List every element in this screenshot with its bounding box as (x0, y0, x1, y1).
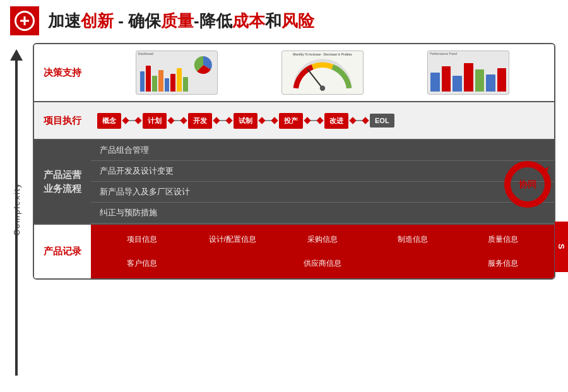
connector1 (123, 118, 141, 123)
ops-item-2: 产品开发及设计变更 (91, 161, 554, 182)
diamond-icon (180, 117, 187, 124)
svg-text:协同: 协同 (519, 179, 536, 189)
svg-point-2 (320, 86, 325, 91)
product-records-label: 产品记录 (34, 225, 91, 278)
record-item-3: 采购信息 (279, 233, 367, 246)
project-execution-row: 项目执行 概念 计划 开发 (34, 102, 554, 139)
chart1-thumb: Dashboard (136, 50, 218, 95)
up-arrow-icon (10, 49, 23, 61)
title-mid2: -降低 (194, 11, 232, 30)
ops-item-1: 产品组合管理 (91, 140, 554, 161)
diamond-icon (349, 117, 356, 124)
complexity-label: Complexity (12, 182, 21, 235)
product-ops-label: 产品运营业务流程 (34, 140, 91, 223)
diamond-icon (225, 117, 232, 124)
diamond-icon (316, 117, 323, 124)
stage-trial: 试制 (234, 113, 257, 129)
diamond-icon (134, 117, 141, 124)
record-item-5: 质量信息 (459, 233, 547, 246)
title-mid: - 确保 (114, 11, 161, 30)
stage-production: 投产 (279, 113, 303, 129)
chart3-thumb: Performance Trend (427, 50, 509, 95)
stage-concept: 概念 (97, 113, 121, 129)
outer-box: 决策支持 (33, 43, 555, 280)
diamond-icon (258, 117, 265, 124)
decision-support-content: Dashboard Monthly % Increase - Decrease … (91, 44, 554, 101)
diamond-icon (304, 117, 311, 124)
logo-inner (15, 11, 35, 31)
product-records-content: 项目信息 设计/配置信息 采购信息 制造信息 质量信息 客户信息 供应商信息 服… (91, 225, 554, 278)
ops-item-3: 新产品导入及多厂区设计 (91, 182, 554, 203)
project-execution-stages: 概念 计划 开发 (91, 102, 554, 139)
title-h2: 质量 (161, 11, 194, 30)
content-panel: 决策支持 (33, 43, 555, 382)
diamond-icon (213, 117, 220, 124)
record-item-9 (369, 262, 456, 264)
diamond-icon (167, 117, 174, 124)
decision-support-label: 决策支持 (34, 44, 91, 101)
record-item-4: 制造信息 (369, 233, 456, 246)
record-item-6: 客户信息 (98, 257, 186, 270)
collab-circle: 协同 (502, 159, 548, 205)
diamond-icon (271, 117, 278, 124)
title-mid3: 和 (265, 11, 281, 30)
title-prefix: 加速 (48, 11, 81, 30)
connector3 (214, 118, 232, 123)
product-ops-row: 产品运营业务流程 产品组合管理 产品开发及设计变更 新产品导入及多厂区设计 纠正… (34, 140, 554, 223)
side-edge-label: S (555, 222, 568, 272)
product-ops-content: 产品组合管理 产品开发及设计变更 新产品导入及多厂区设计 纠正与预防措施 协同 (91, 140, 554, 223)
stage-improve: 改进 (324, 113, 348, 129)
record-item-8: 供应商信息 (279, 257, 367, 270)
title-h4: 风险 (281, 11, 314, 30)
product-records-row: 产品记录 项目信息 设计/配置信息 采购信息 制造信息 质量信息 客户信息 供应… (34, 225, 554, 278)
ops-item-4: 纠正与预防措施 (91, 203, 554, 223)
record-item-2: 设计/配置信息 (189, 233, 276, 246)
page-title: 加速创新 - 确保质量-降低成本和风险 (48, 10, 314, 32)
record-item-10: 服务信息 (459, 257, 547, 270)
chart2-gauge: Monthly % Increase - Decrease in Probles… (281, 50, 364, 95)
header: 加速创新 - 确保质量-降低成本和风险 (0, 0, 568, 39)
diamond-icon (122, 117, 129, 124)
record-item-1: 项目信息 (98, 233, 186, 246)
main-content: Complexity 决策支持 (0, 39, 568, 386)
record-item-7 (189, 262, 276, 264)
gauge-title: Monthly % Increase - Decrease in Probles (283, 52, 362, 57)
svg-line-1 (308, 69, 322, 88)
connector4 (259, 118, 277, 123)
title-h1: 创新 (81, 11, 114, 30)
stage-plan: 计划 (143, 113, 167, 129)
decision-support-row: 决策支持 (34, 44, 554, 101)
logo (10, 6, 39, 35)
diamond-icon (362, 117, 369, 124)
complexity-axis: Complexity (0, 43, 33, 382)
stage-eol: EOL (370, 114, 394, 128)
title-h3: 成本 (232, 11, 265, 30)
connector6 (350, 118, 368, 123)
connector5 (305, 118, 322, 123)
stage-dev: 开发 (188, 113, 212, 129)
project-execution-label: 项目执行 (34, 102, 91, 139)
connector2 (169, 118, 186, 123)
